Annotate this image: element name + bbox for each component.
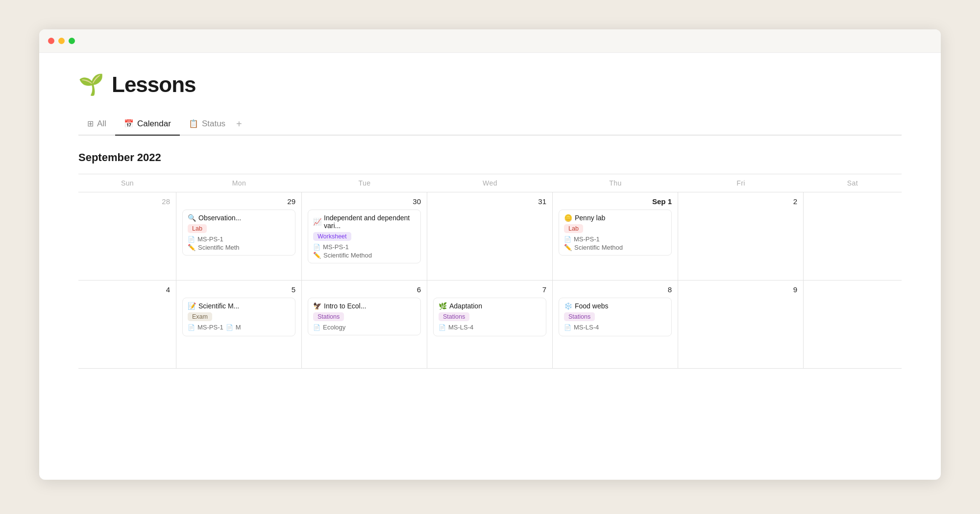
cell-aug30[interactable]: 30 📈 Independent and dependent vari... W… — [302, 192, 427, 280]
date-aug28: 28 — [84, 197, 170, 206]
calendar-row-2: 4 5 📝 Scientific M... Exam 📄 — [78, 280, 902, 369]
food-webs-standard-text: MS-LS-4 — [574, 324, 599, 331]
minimize-button[interactable] — [58, 38, 65, 44]
day-header-wed: Wed — [427, 174, 553, 192]
pennylab-title-text: Penny lab — [575, 214, 605, 222]
all-icon: ⊞ — [87, 119, 94, 128]
tab-all-label: All — [97, 119, 106, 129]
cell-sep7[interactable]: 7 🌿 Adaptation Stations 📄 MS-LS-4 — [427, 280, 553, 368]
cell-sat-row2[interactable] — [804, 280, 902, 368]
event-pennylab[interactable]: 🪙 Penny lab Lab 📄 MS-PS-1 ✏️ Scienti — [559, 210, 672, 256]
cell-sep6[interactable]: 6 🦅 Intro to Ecol... Stations 📄 Ecology — [302, 280, 427, 368]
event-independent-title: 📈 Independent and dependent vari... — [313, 214, 416, 230]
date-sep5: 5 — [182, 285, 295, 294]
app-header: 🌱 Lessons — [78, 72, 902, 97]
adaptation-badge: Stations — [439, 312, 469, 321]
tab-bar: ⊞ All 📅 Calendar 📋 Status + — [78, 115, 902, 136]
intro-ecology-emoji: 🦅 — [313, 302, 321, 310]
scientific-method-standard2-text: M — [236, 324, 241, 331]
pennylab-unit-text: Scientific Method — [574, 244, 623, 251]
independent-unit: ✏️ Scientific Method — [313, 252, 416, 259]
month-title: September 2022 — [78, 151, 902, 164]
date-sep8: 8 — [559, 285, 672, 294]
day-header-fri: Fri — [678, 174, 804, 192]
event-intro-ecology[interactable]: 🦅 Intro to Ecol... Stations 📄 Ecology — [308, 298, 421, 335]
tab-all[interactable]: ⊞ All — [78, 115, 115, 136]
status-icon: 📋 — [189, 119, 198, 128]
doc-icon-adapt: 📄 — [439, 324, 446, 331]
event-food-webs-title: ❄️ Food webs — [564, 302, 666, 310]
intro-ecology-badge: Stations — [313, 312, 344, 321]
adaptation-title-text: Adaptation — [449, 302, 482, 310]
app-icon: 🌱 — [78, 74, 104, 95]
independent-standard-text: MS-PS-1 — [323, 243, 349, 251]
cell-aug28[interactable]: 28 — [78, 192, 176, 280]
observation-title-text: Observation... — [198, 214, 241, 222]
app-content: 🌱 Lessons ⊞ All 📅 Calendar 📋 Status + Se… — [39, 53, 941, 369]
event-adaptation[interactable]: 🌿 Adaptation Stations 📄 MS-LS-4 — [433, 298, 546, 336]
cell-aug29[interactable]: 29 🔍 Observation... Lab 📄 MS-PS-1 — [176, 192, 302, 280]
date-aug29: 29 — [182, 197, 295, 206]
independent-title-text: Independent and dependent vari... — [324, 214, 416, 230]
calendar-row-1: 28 29 🔍 Observation... Lab 📄 — [78, 192, 902, 280]
day-header-tue: Tue — [302, 174, 427, 192]
observation-badge: Lab — [188, 224, 207, 233]
tab-calendar[interactable]: 📅 Calendar — [115, 115, 180, 136]
date-sep7: 7 — [433, 285, 546, 294]
cell-aug31[interactable]: 31 — [427, 192, 553, 280]
tab-calendar-label: Calendar — [137, 119, 171, 129]
observation-standard: 📄 MS-PS-1 — [188, 235, 290, 243]
pennylab-standard: 📄 MS-PS-1 — [564, 235, 666, 243]
doc-icon-obs: 📄 — [188, 236, 195, 243]
food-webs-badge: Stations — [564, 312, 595, 321]
day-header-sat: Sat — [804, 174, 902, 192]
pencil-icon-ind: ✏️ — [313, 252, 321, 259]
calendar-grid: Sun Mon Tue Wed Thu Fri Sat 28 29 — [78, 174, 902, 369]
scientific-method-standards: 📄 MS-PS-1 📄 M — [188, 324, 290, 331]
cell-sep8[interactable]: 8 ❄️ Food webs Stations 📄 MS-LS-4 — [553, 280, 678, 368]
maximize-button[interactable] — [69, 38, 75, 44]
food-webs-emoji: ❄️ — [564, 302, 572, 310]
date-aug31: 31 — [433, 197, 546, 206]
day-header-sun: Sun — [78, 174, 176, 192]
event-pennylab-title: 🪙 Penny lab — [564, 214, 666, 222]
observation-unit: ✏️ Scientific Meth — [188, 244, 290, 251]
pennylab-unit: ✏️ Scientific Method — [564, 244, 666, 251]
date-sep9: 9 — [684, 285, 797, 294]
doc-icon-ie: 📄 — [313, 324, 320, 331]
pennylab-badge: Lab — [564, 224, 583, 233]
add-view-button[interactable]: + — [234, 115, 248, 136]
pennylab-standard-text: MS-PS-1 — [574, 235, 600, 243]
event-scientific-method[interactable]: 📝 Scientific M... Exam 📄 MS-PS-1 📄 M — [182, 298, 295, 336]
food-webs-standard: 📄 MS-LS-4 — [564, 324, 666, 331]
event-observation-title: 🔍 Observation... — [188, 214, 290, 222]
observation-unit-text: Scientific Meth — [198, 244, 240, 251]
cell-sep1[interactable]: Sep 1 🪙 Penny lab Lab 📄 MS-PS-1 — [553, 192, 678, 280]
calendar-icon: 📅 — [124, 119, 134, 128]
scientific-method-badge: Exam — [188, 312, 212, 321]
date-sep2: 2 — [684, 197, 797, 206]
adaptation-emoji: 🌿 — [439, 302, 447, 310]
titlebar — [39, 29, 941, 53]
independent-standard: 📄 MS-PS-1 — [313, 243, 416, 251]
event-food-webs[interactable]: ❄️ Food webs Stations 📄 MS-LS-4 — [559, 298, 672, 336]
app-title: Lessons — [112, 72, 196, 97]
independent-unit-text: Scientific Method — [323, 252, 372, 259]
close-button[interactable] — [48, 38, 54, 44]
cell-sep9[interactable]: 9 — [678, 280, 804, 368]
doc-icon-sm: 📄 — [188, 324, 195, 331]
cell-sep2[interactable]: 2 — [678, 192, 804, 280]
doc-icon-penny: 📄 — [564, 236, 571, 243]
cell-sat-row1[interactable] — [804, 192, 902, 280]
tab-status[interactable]: 📋 Status — [180, 115, 234, 136]
cell-sep4[interactable]: 4 — [78, 280, 176, 368]
event-scientific-method-title: 📝 Scientific M... — [188, 302, 290, 310]
scientific-method-standard-text: MS-PS-1 — [197, 324, 223, 331]
scientific-method-title-text: Scientific M... — [198, 302, 239, 310]
pencil-icon-obs: ✏️ — [188, 244, 196, 251]
event-observation[interactable]: 🔍 Observation... Lab 📄 MS-PS-1 ✏️ Sc — [182, 210, 295, 256]
cell-sep5[interactable]: 5 📝 Scientific M... Exam 📄 MS-PS-1 📄 — [176, 280, 302, 368]
event-independent[interactable]: 📈 Independent and dependent vari... Work… — [308, 210, 421, 263]
food-webs-title-text: Food webs — [575, 302, 608, 310]
main-window: 🌱 Lessons ⊞ All 📅 Calendar 📋 Status + Se… — [39, 29, 941, 480]
